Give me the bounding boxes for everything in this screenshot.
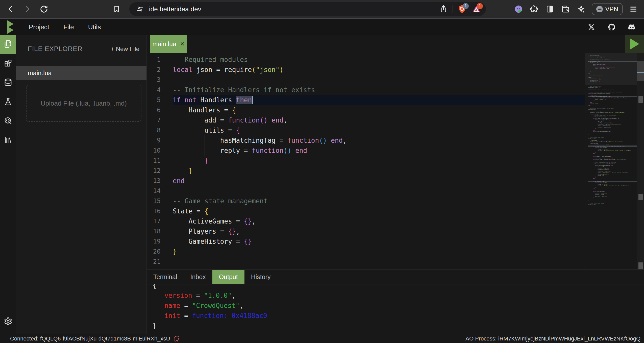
code-text[interactable]: end [173, 176, 585, 186]
code-token: {} [244, 217, 252, 225]
extension-hedgehog-icon[interactable] [513, 4, 524, 14]
code-line-3[interactable]: 3 [147, 75, 585, 85]
panel-tab-inbox[interactable]: Inbox [184, 270, 212, 284]
sidebar-item-library[interactable] [0, 131, 16, 150]
brave-rewards-icon[interactable]: 1 [471, 4, 481, 15]
code-text[interactable]: reply = function() end [173, 145, 585, 156]
code-line-14[interactable]: 14 [147, 186, 585, 196]
run-button[interactable] [625, 35, 644, 53]
code-line-15[interactable]: 15-- Game state management [147, 196, 585, 206]
bookmark-icon[interactable] [112, 4, 122, 14]
code-text[interactable]: Handlers = { [173, 105, 585, 115]
share-icon[interactable] [438, 4, 449, 14]
editor-scrollbar[interactable] [637, 53, 644, 270]
code-text[interactable]: hasMatchingTag = function() end, [173, 135, 585, 145]
code-line-8[interactable]: 8 utils = { [147, 125, 585, 135]
scrollbar-thumb[interactable] [637, 61, 644, 81]
code-line-4[interactable]: 4-- Initialize Handlers if not exists [147, 85, 585, 95]
sidebar-item-flask[interactable] [0, 92, 16, 112]
tune-icon[interactable] [135, 4, 145, 14]
minimap-line: message = "Missing required fields: game… [588, 150, 637, 152]
code-line-20[interactable]: 20} [147, 247, 585, 257]
github-icon[interactable] [607, 22, 617, 32]
code-text[interactable]: -- Required modules [173, 55, 585, 65]
code-text[interactable]: } [173, 247, 585, 257]
code-text[interactable]: GameHistory = {} [173, 236, 585, 247]
code-line-19[interactable]: 19 GameHistory = {} [147, 236, 585, 247]
tab-close-icon[interactable]: × [180, 40, 184, 47]
code-line-9[interactable]: 9 hasMatchingTag = function() end, [147, 135, 585, 145]
menu-item-file[interactable]: File [63, 23, 74, 31]
code-line-7[interactable]: 7 add = function() end, [147, 115, 585, 125]
sidebar-item-database[interactable] [0, 73, 16, 92]
url-bar[interactable]: ide.betteridea.dev 1 1 [129, 2, 486, 16]
code-text[interactable] [173, 75, 585, 85]
browser-menu-icon[interactable] [628, 4, 638, 14]
overview-match-mark [638, 96, 643, 103]
sidebar-item-blocks[interactable] [0, 54, 16, 73]
code-line-10[interactable]: 10 reply = function() end [147, 145, 585, 156]
back-icon[interactable] [6, 4, 16, 14]
code-line-16[interactable]: 16State = { [147, 206, 585, 216]
code-text[interactable]: -- Initialize Handlers if not exists [173, 85, 585, 95]
sidebar-item-files[interactable] [0, 35, 16, 54]
code-text[interactable]: if not Handlers then [173, 95, 585, 105]
extensions-puzzle-icon[interactable] [529, 4, 539, 14]
output-console[interactable]: { version = "1.0.0", name = "CrowdQuest"… [147, 284, 644, 334]
code-line-18[interactable]: 18 Players = {}, [147, 226, 585, 236]
code-text[interactable]: State = { [173, 206, 585, 216]
blocks-icon [4, 59, 12, 68]
code-text[interactable] [173, 186, 585, 196]
indent-guide [173, 216, 173, 226]
file-item-main.lua[interactable]: main.lua [16, 66, 146, 80]
brave-shield-icon[interactable]: 1 [457, 4, 467, 15]
vpn-button[interactable]: VPN [592, 3, 623, 15]
line-number: 11 [147, 156, 173, 166]
overview-match-mark [638, 194, 643, 200]
wallet-icon[interactable] [560, 4, 571, 14]
code-text[interactable]: Players = {}, [173, 226, 585, 236]
panel-tab-terminal[interactable]: Terminal [147, 270, 184, 284]
menu-items: ProjectFileUtils [19, 23, 101, 31]
discord-icon[interactable] [627, 22, 637, 32]
minimap-slider[interactable] [585, 53, 637, 85]
new-file-button[interactable]: + New File [111, 45, 139, 53]
upload-file-dropzone[interactable]: Upload File (.lua, .luanb, .md) [26, 85, 141, 122]
code-text[interactable]: } [173, 166, 585, 176]
menu-item-project[interactable]: Project [29, 23, 49, 31]
tab-main-lua[interactable]: main.lua × [150, 35, 187, 53]
betteridea-logo-icon[interactable] [7, 20, 19, 34]
code-line-2[interactable]: 2local json = require("json") [147, 65, 585, 75]
code-text[interactable] [173, 257, 585, 267]
code-line-6[interactable]: 6 Handlers = { [147, 105, 585, 115]
code-line-1[interactable]: 1-- Required modules [147, 55, 585, 65]
code-text[interactable]: local json = require("json") [173, 65, 585, 75]
code-line-21[interactable]: 21 [147, 257, 585, 267]
url-text[interactable]: ide.betteridea.dev [149, 5, 201, 13]
code-token: reply = [173, 147, 252, 154]
menu-item-utils[interactable]: Utils [88, 23, 101, 31]
code-line-13[interactable]: 13end [147, 176, 585, 186]
code-text[interactable]: -- Game state management [173, 196, 585, 206]
forward-icon[interactable] [22, 4, 32, 14]
sidebar-item-search-code[interactable] [0, 112, 16, 131]
code-line-5[interactable]: 5if not Handlers then [147, 95, 585, 105]
code-text[interactable]: ActiveGames = {}, [173, 216, 585, 226]
code-text[interactable]: add = function() end, [173, 115, 585, 125]
reload-icon[interactable] [39, 4, 49, 14]
code-text[interactable]: utils = { [173, 125, 585, 135]
minimap[interactable]: -- Required moduleslocal json = require(… [585, 53, 637, 270]
unlink-icon[interactable] [174, 336, 180, 342]
code-text[interactable]: } [173, 156, 585, 166]
leo-sparkle-icon[interactable] [576, 4, 586, 14]
panel-tab-history[interactable]: History [244, 270, 277, 284]
x-twitter-icon[interactable] [586, 22, 597, 32]
panel-tab-output[interactable]: Output [212, 270, 244, 284]
code-line-11[interactable]: 11 } [147, 156, 585, 166]
sidebar-item-settings[interactable] [0, 312, 16, 331]
code-area[interactable]: 1-- Required modules2local json = requir… [147, 53, 585, 270]
library-icon [4, 136, 12, 145]
sidebar-toggle-icon[interactable] [545, 4, 555, 14]
code-line-17[interactable]: 17 ActiveGames = {}, [147, 216, 585, 226]
code-line-12[interactable]: 12 } [147, 166, 585, 176]
